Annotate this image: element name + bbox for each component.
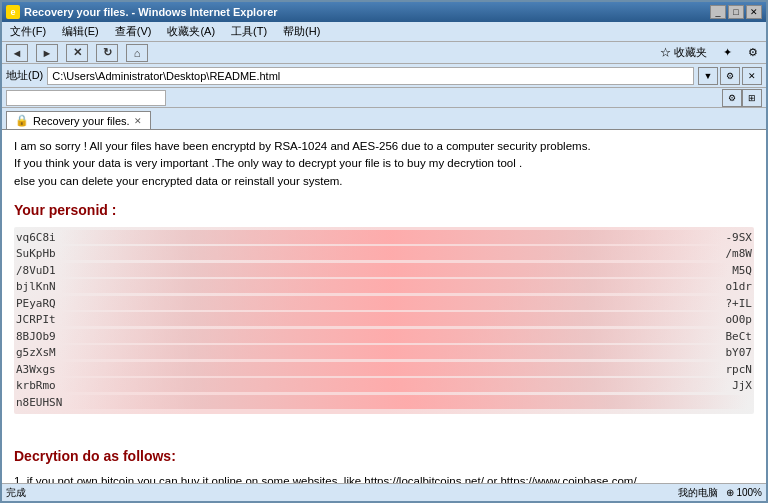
pid-right-3: M5Q [732, 263, 752, 280]
toolbar-add[interactable]: ✦ [719, 44, 736, 61]
search-input[interactable] [6, 90, 166, 106]
pid-blur-4 [60, 279, 722, 293]
tab-recovery[interactable]: 🔒 Recovery your files. ✕ [6, 111, 151, 129]
browser-window: e Recovery your files. - Windows Interne… [0, 0, 768, 503]
zoom-text: ⊕ 100% [726, 487, 762, 498]
pid-blur-3 [60, 263, 728, 277]
menu-bar: 文件(F) 编辑(E) 查看(V) 收藏夹(A) 工具(T) 帮助(H) [2, 22, 766, 42]
pid-left-5: PEyaRQ [16, 296, 56, 313]
pid-right-6: oO0p [726, 312, 753, 329]
personid-line-10: krbRmo JjX [16, 378, 752, 395]
pid-left-8: g5zXsM [16, 345, 56, 362]
personid-line-2: SuKpHb /m8W [16, 246, 752, 263]
personid-line-5: PEyaRQ ?+IL [16, 296, 752, 313]
stop-button[interactable]: ✕ [66, 44, 88, 62]
tab-bar: 🔒 Recovery your files. ✕ [2, 108, 766, 130]
pid-right-8: bY07 [726, 345, 753, 362]
menu-edit[interactable]: 编辑(E) [58, 22, 103, 41]
personid-line-3: /8VuD1 M5Q [16, 263, 752, 280]
toolbar-favorites[interactable]: ☆ 收藏夹 [656, 43, 711, 62]
address-go-back[interactable]: ▼ [698, 67, 718, 85]
pid-blur-6 [60, 312, 722, 326]
pid-blur-10 [60, 378, 728, 392]
personid-line-4: bjlKnN o1dr [16, 279, 752, 296]
address-bar: 地址(D) ▼ ⚙ ✕ [2, 64, 766, 88]
toolbar: ◄ ► ✕ ↻ ⌂ ☆ 收藏夹 ✦ ⚙ [2, 42, 766, 64]
personid-line-1: vq6C8i -9SX [16, 230, 752, 247]
content-area: I am so sorry ! All your files have been… [2, 130, 766, 483]
pid-blur-8 [60, 345, 722, 359]
toolbar-tools[interactable]: ⚙ [744, 44, 762, 61]
pid-left-2: SuKpHb [16, 246, 56, 263]
window-title: Recovery your files. - Windows Internet … [24, 6, 278, 18]
pid-right-4: o1dr [726, 279, 753, 296]
pid-left-3: /8VuD1 [16, 263, 56, 280]
pid-right-10: JjX [732, 378, 752, 395]
intro-line3: else you can delete your encrypted data … [14, 173, 754, 190]
refresh-button[interactable]: ↻ [96, 44, 118, 62]
pid-left-9: A3Wxgs [16, 362, 56, 379]
step1: 1. if you not own bitcoin,you can buy it… [14, 473, 754, 484]
back-button[interactable]: ◄ [6, 44, 28, 62]
status-bar: 完成 我的电脑 ⊕ 100% [2, 483, 766, 501]
pid-right-2: /m8W [726, 246, 753, 263]
personid-line-11: n8EUHSN [16, 395, 752, 412]
status-text: 完成 [6, 486, 26, 500]
tab-icon: 🔒 [15, 114, 29, 127]
address-input[interactable] [47, 67, 694, 85]
tab-label: Recovery your files. [33, 115, 130, 127]
address-label: 地址(D) [6, 68, 43, 83]
menu-tools[interactable]: 工具(T) [227, 22, 271, 41]
pid-left-6: JCRPIt [16, 312, 56, 329]
pid-blur-9 [60, 362, 722, 376]
personid-line-9: A3Wxgs rpcN [16, 362, 752, 379]
personid-line-6: JCRPIt oO0p [16, 312, 752, 329]
menu-help[interactable]: 帮助(H) [279, 22, 324, 41]
address-settings[interactable]: ⚙ [720, 67, 740, 85]
pid-right-1: -9SX [726, 230, 753, 247]
pid-left-7: 8BJOb9 [16, 329, 56, 346]
personid-line-8: g5zXsM bY07 [16, 345, 752, 362]
address-close[interactable]: ✕ [742, 67, 762, 85]
pid-left-10: krbRmo [16, 378, 56, 395]
tab-close-icon[interactable]: ✕ [134, 116, 142, 126]
pid-right-5: ?+IL [726, 296, 753, 313]
ie-icon: e [6, 5, 20, 19]
pid-right-7: BeCt [726, 329, 753, 346]
menu-favorites[interactable]: 收藏夹(A) [163, 22, 219, 41]
minimize-button[interactable]: _ [710, 5, 726, 19]
menu-file[interactable]: 文件(F) [6, 22, 50, 41]
home-button[interactable]: ⌂ [126, 44, 148, 62]
intro-line1: I am so sorry ! All your files have been… [14, 138, 754, 155]
title-bar-buttons: _ □ ✕ [710, 5, 762, 19]
pid-left-1: vq6C8i [16, 230, 56, 247]
pid-left-4: bjlKnN [16, 279, 56, 296]
section-decrytion-heading: Decrytion do as follows: [14, 446, 754, 467]
title-bar-left: e Recovery your files. - Windows Interne… [6, 5, 278, 19]
menu-view[interactable]: 查看(V) [111, 22, 156, 41]
intro-line2: If you think your data is very important… [14, 155, 754, 172]
section-personid-heading: Your personid : [14, 200, 754, 221]
search-extra-button[interactable]: ⊞ [742, 89, 762, 107]
pid-blur-5 [60, 296, 722, 310]
title-bar: e Recovery your files. - Windows Interne… [2, 2, 766, 22]
content-text: I am so sorry ! All your files have been… [14, 138, 754, 483]
personid-block: vq6C8i -9SX SuKpHb /m8W /8VuD1 M5Q bjlKn… [14, 227, 754, 415]
pid-blur-11 [66, 395, 748, 409]
search-bar: ⚙ ⊞ [2, 88, 766, 108]
close-button[interactable]: ✕ [746, 5, 762, 19]
pid-left-11: n8EUHSN [16, 395, 62, 412]
pid-blur-1 [60, 230, 722, 244]
pid-right-9: rpcN [726, 362, 753, 379]
zone-text: 我的电脑 [678, 486, 718, 500]
pid-blur-2 [60, 246, 722, 260]
address-side-buttons: ▼ ⚙ ✕ [698, 67, 762, 85]
search-gear-button[interactable]: ⚙ [722, 89, 742, 107]
maximize-button[interactable]: □ [728, 5, 744, 19]
forward-button[interactable]: ► [36, 44, 58, 62]
personid-line-7: 8BJOb9 BeCt [16, 329, 752, 346]
pid-blur-7 [60, 329, 722, 343]
